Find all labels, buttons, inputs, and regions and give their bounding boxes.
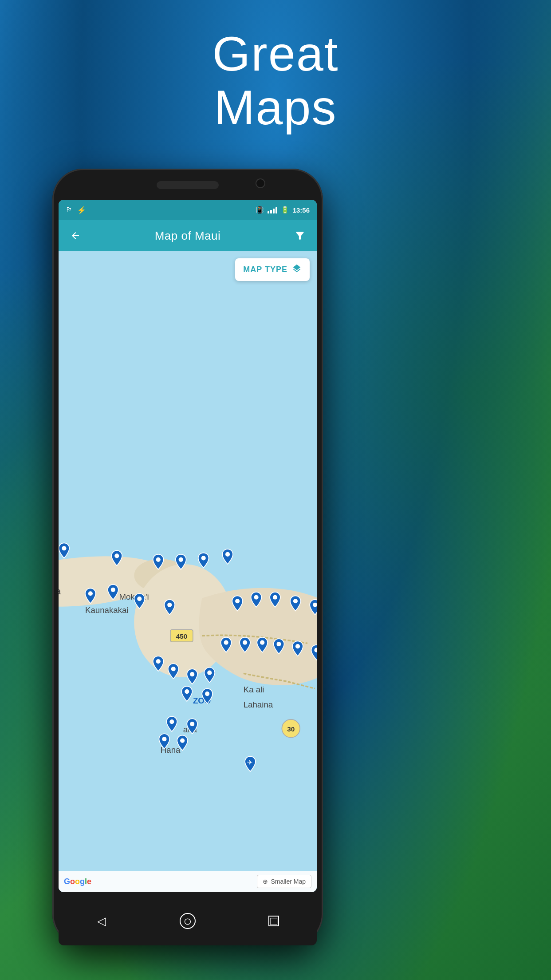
svg-text:450: 450 bbox=[176, 632, 187, 640]
signal-bar-4 bbox=[276, 207, 277, 213]
phone-camera bbox=[256, 178, 265, 188]
phone-nav: ◁ ○ □ bbox=[59, 897, 317, 945]
svg-text:30: 30 bbox=[287, 725, 295, 733]
page-title: Map of Maui bbox=[155, 229, 221, 243]
svg-point-50 bbox=[162, 737, 166, 741]
map-type-button[interactable]: MAP TYPE bbox=[235, 258, 310, 281]
map-bottom-bar: G o o g l e ⊕ Smaller Map bbox=[59, 871, 317, 892]
svg-point-24 bbox=[137, 597, 142, 601]
svg-point-45 bbox=[185, 689, 189, 694]
vibrate-icon: 📳 bbox=[256, 206, 264, 214]
svg-point-26 bbox=[235, 599, 240, 603]
svg-point-49 bbox=[190, 722, 194, 726]
nav-home-icon: ○ bbox=[180, 913, 196, 929]
svg-text:Maunaloa: Maunaloa bbox=[59, 586, 61, 596]
map-area[interactable]: MAP TYPE bbox=[59, 251, 317, 892]
status-time: 13:56 bbox=[293, 206, 310, 214]
signal-bars bbox=[268, 206, 277, 213]
signal-bar-1 bbox=[268, 211, 269, 213]
map-svg: 450 30 Maunaloa Kaunakakai Moku'a'i Laha… bbox=[59, 251, 317, 892]
svg-text:Lahaina: Lahaina bbox=[244, 700, 273, 709]
google-g: G bbox=[64, 877, 70, 886]
svg-point-42 bbox=[190, 672, 194, 676]
svg-point-18 bbox=[156, 557, 161, 562]
svg-point-28 bbox=[273, 595, 277, 600]
app-title: Great Maps bbox=[0, 27, 551, 134]
svg-point-16 bbox=[62, 546, 66, 550]
signal-bar-3 bbox=[273, 209, 275, 213]
back-button[interactable] bbox=[66, 226, 85, 245]
nav-home-button[interactable]: ○ bbox=[174, 908, 201, 934]
status-bar: 🏳 ⚡ 📳 🔋 13:56 bbox=[59, 200, 317, 220]
svg-text:✈: ✈ bbox=[248, 759, 253, 766]
svg-point-48 bbox=[169, 719, 174, 724]
svg-point-43 bbox=[207, 671, 212, 675]
svg-point-20 bbox=[201, 556, 206, 560]
svg-point-32 bbox=[224, 640, 228, 645]
filter-button[interactable] bbox=[290, 226, 310, 245]
svg-text:Ka  ali: Ka ali bbox=[244, 685, 264, 694]
signal-bar-2 bbox=[270, 210, 272, 213]
svg-point-41 bbox=[171, 667, 176, 671]
battery-icon: 🔋 bbox=[281, 206, 289, 214]
layers-icon bbox=[292, 264, 302, 276]
svg-point-27 bbox=[254, 595, 258, 600]
svg-point-25 bbox=[167, 603, 172, 607]
google-e: e bbox=[87, 877, 91, 886]
map-type-label: MAP TYPE bbox=[243, 265, 287, 274]
google-g2: g bbox=[80, 877, 85, 886]
svg-point-46 bbox=[205, 692, 209, 696]
app-title-line2: Maps bbox=[214, 80, 337, 134]
svg-point-35 bbox=[276, 642, 281, 646]
svg-point-33 bbox=[243, 640, 247, 645]
smaller-map-icon: ⊕ bbox=[263, 878, 268, 885]
app-header: Map of Maui bbox=[59, 220, 317, 251]
phone-speaker bbox=[157, 181, 219, 189]
svg-text:Kaunakakai: Kaunakakai bbox=[85, 605, 129, 615]
smaller-map-label: Smaller Map bbox=[271, 878, 306, 885]
svg-point-29 bbox=[293, 599, 298, 603]
nav-recent-button[interactable]: □ bbox=[260, 908, 287, 934]
google-logo: G o o g l e bbox=[64, 877, 91, 886]
svg-point-51 bbox=[180, 738, 185, 743]
phone-frame: 🏳 ⚡ 📳 🔋 13:56 Map bbox=[52, 169, 323, 945]
app-title-line1: Great bbox=[212, 26, 338, 81]
svg-point-34 bbox=[260, 640, 264, 645]
status-right-icons: 📳 🔋 13:56 bbox=[256, 206, 310, 214]
svg-point-40 bbox=[156, 659, 161, 664]
svg-point-23 bbox=[111, 588, 115, 592]
nav-back-icon: ◁ bbox=[97, 914, 106, 928]
svg-point-21 bbox=[225, 552, 230, 557]
svg-point-19 bbox=[179, 557, 183, 562]
svg-point-17 bbox=[114, 553, 119, 558]
smaller-map-button[interactable]: ⊕ Smaller Map bbox=[257, 875, 311, 888]
google-o2: o bbox=[75, 877, 80, 886]
nav-recent-icon: □ bbox=[268, 916, 279, 926]
lightning-icon: ⚡ bbox=[77, 206, 86, 214]
phone-screen: 🏳 ⚡ 📳 🔋 13:56 Map bbox=[59, 200, 317, 892]
svg-point-22 bbox=[88, 591, 93, 596]
svg-point-36 bbox=[295, 644, 300, 648]
flag-icon: 🏳 bbox=[66, 206, 73, 214]
status-left-icons: 🏳 ⚡ bbox=[66, 206, 86, 214]
nav-back-button[interactable]: ◁ bbox=[88, 908, 115, 934]
google-o1: o bbox=[70, 877, 75, 886]
